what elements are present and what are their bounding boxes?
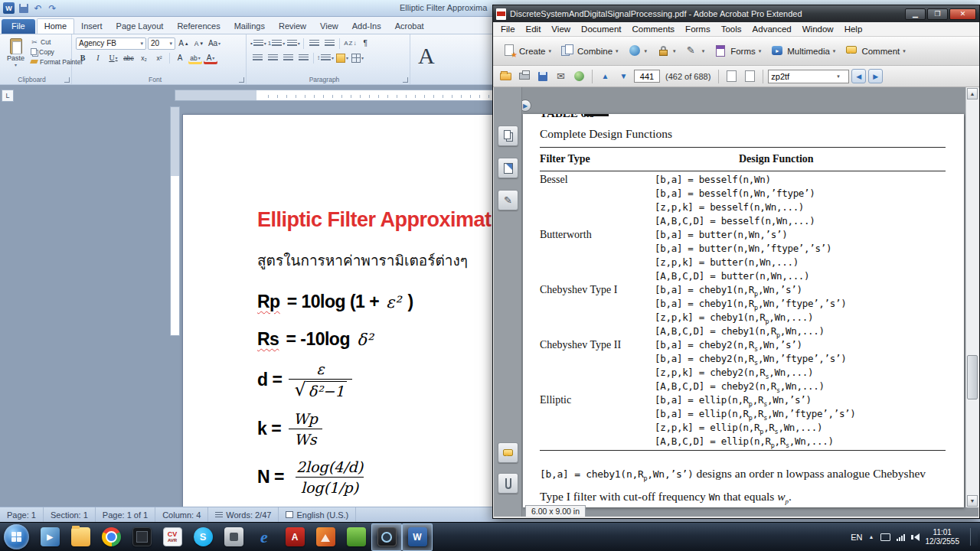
taskbar-chrome[interactable] [96,523,126,551]
page-number-input[interactable] [634,70,660,83]
taskbar-clock[interactable]: 11:01 12/3/2555 [926,528,960,546]
previous-page-button[interactable]: ▲ [597,68,613,84]
line-spacing-button[interactable]: ↕▾ [317,51,334,64]
bullets-button[interactable]: •▾ [250,37,266,50]
network-tray-icon[interactable] [897,533,905,541]
create-button[interactable]: ★Create▾ [499,41,555,60]
tab-page-layout[interactable]: Page Layout [109,19,171,34]
forms-button[interactable]: Forms▾ [710,41,765,60]
next-page-button[interactable]: ▼ [616,68,632,84]
change-case-button[interactable]: Aa▾ [207,37,221,50]
combine-button[interactable]: Combine▾ [557,41,622,60]
tab-home[interactable]: Home [37,18,74,34]
vertical-ruler[interactable] [170,106,180,336]
menu-window[interactable]: Window [797,24,839,34]
status-section[interactable]: Section: 1 [44,507,96,522]
increase-indent-button[interactable] [322,37,336,50]
taskbar-media-player[interactable]: ▶ [34,523,65,551]
close-button[interactable]: ✕ [949,8,976,20]
comment-button[interactable]: Comment▾ [841,41,909,60]
taskbar-adobe-reader[interactable]: A [279,523,310,551]
word-app-icon[interactable]: W [3,2,15,14]
menu-file[interactable]: File [495,24,521,34]
signatures-panel-button[interactable]: ✎ [498,190,518,210]
fit-page-button[interactable] [742,68,758,84]
email-button[interactable]: ✉ [553,68,569,84]
bookmarks-panel-button[interactable] [498,158,518,178]
chevron-down-icon[interactable]: ▾ [140,41,143,47]
tab-stop-selector[interactable]: L [2,90,14,102]
menu-view[interactable]: View [546,24,576,34]
taskbar-explorer[interactable] [65,523,96,551]
save-icon[interactable] [18,2,29,14]
minimize-button[interactable]: ▁ [905,8,926,20]
strikethrough-button[interactable]: abc [122,51,136,64]
fit-width-button[interactable] [724,68,740,84]
align-center-button[interactable] [266,51,279,64]
taskbar-green-app[interactable] [341,523,371,551]
tab-acrobat[interactable]: Acrobat [388,19,431,34]
clipboard-dialog-launcher[interactable] [64,77,70,83]
status-column[interactable]: Column: 4 [155,507,208,522]
undo-icon[interactable]: ↶ [32,2,44,14]
menu-comments[interactable]: Comments [627,24,681,34]
tab-view[interactable]: View [313,19,345,34]
tab-mailings[interactable]: Mailings [227,19,272,34]
taskbar-screen-recorder[interactable] [371,523,402,551]
vertical-scrollbar[interactable]: ▲ ▼ [965,87,978,507]
font-size-combo[interactable]: 20▾ [148,37,175,50]
chevron-down-icon[interactable]: ▾ [169,41,172,47]
taskbar-internet-explorer[interactable]: e [249,523,279,551]
sort-button[interactable]: AZ↓ [343,37,357,50]
tab-insert[interactable]: Insert [74,19,109,34]
status-page[interactable]: Page: 1 [0,507,44,522]
font-dialog-launcher[interactable] [239,77,244,83]
taskbar-avr-chip[interactable] [126,523,157,551]
start-button[interactable] [4,524,29,549]
status-page-of[interactable]: Page: 1 of 1 [96,507,155,522]
collaborate-button[interactable]: ▾ [625,41,652,60]
decrease-indent-button[interactable] [307,37,321,50]
justify-button[interactable] [296,51,310,64]
find-next-button[interactable]: ▶ [868,69,883,83]
numbering-button[interactable]: 1▾ [268,37,285,50]
taskbar-matlab[interactable] [310,523,341,551]
taskbar-word[interactable]: W [402,523,433,551]
multilevel-list-button[interactable]: ▾ [286,37,300,50]
bold-button[interactable]: B [76,51,90,64]
display-tray-icon[interactable] [880,533,890,541]
print-button[interactable] [516,68,532,84]
tab-review[interactable]: Review [272,19,313,34]
save-button[interactable] [534,68,550,84]
taskbar-skype[interactable]: S [188,523,218,551]
paste-button[interactable]: Paste ▾ [4,37,28,74]
find-input[interactable] [771,72,835,81]
scrollbar-thumb[interactable] [967,355,978,399]
tab-references[interactable]: References [170,19,227,34]
grow-font-button[interactable]: A▲ [177,37,191,50]
status-language[interactable]: English (U.S.) [279,507,356,522]
align-right-button[interactable] [281,51,295,64]
hidden-icons-chevron[interactable]: ▲ [869,534,874,540]
volume-tray-icon[interactable] [911,533,920,541]
subscript-button[interactable]: x₂ [137,51,151,64]
pages-panel-button[interactable] [498,126,518,146]
tab-file[interactable]: File [2,19,35,34]
paste-dropdown-icon[interactable]: ▾ [15,62,17,67]
superscript-button[interactable]: x² [152,51,166,64]
comments-panel-button[interactable] [498,442,518,463]
style-gallery-item[interactable]: A [418,43,435,69]
paragraph-dialog-launcher[interactable] [403,77,408,83]
acrobat-titlebar[interactable]: DiscreteSystemAndDigitalSignalProcessing… [493,5,979,22]
pdf-page[interactable]: TABLE 6.9 Complete Design Functions Filt… [523,114,964,507]
menu-advanced[interactable]: Advanced [747,24,797,34]
language-indicator[interactable]: EN [851,533,862,542]
tab-add-ins[interactable]: Add-Ins [345,19,388,34]
shrink-font-button[interactable]: A▼ [192,37,206,50]
font-color-button[interactable]: A▾ [204,51,217,64]
chevron-down-icon[interactable]: ▾ [837,73,840,80]
upload-button[interactable] [571,68,587,84]
menu-forms[interactable]: Forms [680,24,716,34]
show-desktop-button[interactable] [970,528,978,546]
menu-edit[interactable]: Edit [521,24,547,34]
